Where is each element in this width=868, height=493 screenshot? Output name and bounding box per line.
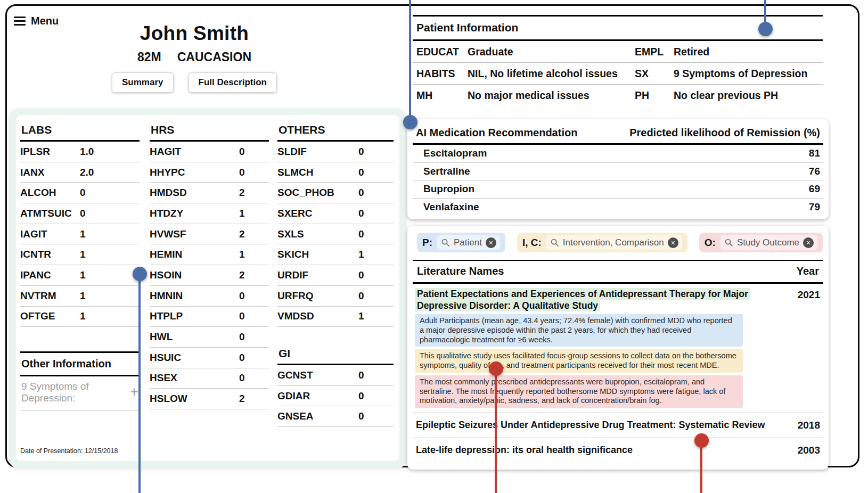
row-label: HTPLP [150, 310, 239, 322]
table-row: HSOIN 2 [150, 265, 269, 286]
summary-button[interactable]: Summary [112, 72, 173, 93]
row-label: ATMTSUIC [20, 208, 80, 219]
callout-dot-red [489, 361, 503, 376]
outcome-filter-chip[interactable]: O: Study Outcome × [699, 233, 823, 252]
literature-title-link[interactable]: Patient Expectations and Experiences of … [415, 288, 750, 311]
info-key: SX [635, 68, 674, 80]
search-icon [724, 238, 733, 247]
row-value: 1 [358, 249, 364, 260]
table-row: IANX 2.0 [20, 162, 140, 183]
medication-name: Sertraline [423, 166, 470, 177]
row-value: 2.0 [80, 167, 94, 178]
row-label: IANX [20, 167, 80, 178]
patient-filter-chip[interactable]: P: Patient × [417, 233, 505, 252]
intervention-comparison-filter-chip[interactable]: I, C: Intervention, Comparison × [517, 233, 687, 252]
row-label: URFRQ [277, 290, 358, 302]
table-row: SXLS 0 [277, 224, 394, 245]
row-value: 1 [80, 269, 86, 281]
clear-filter-icon[interactable]: × [486, 237, 496, 248]
ai-recommendation-title: AI Medication Recommendation [416, 127, 577, 139]
callout-line-red [495, 368, 497, 493]
literature-entry: Epileptic Seizures Under Antidepressive … [413, 413, 823, 438]
callout-line-blue [409, 0, 411, 122]
remission-likelihood-header: Predicted likelihood of Remission (%) [629, 127, 820, 139]
row-label: HMNIN [150, 290, 239, 302]
patient-filter-field[interactable]: Patient × [437, 235, 500, 250]
literature-title-link[interactable]: Late-life depression: its oral health si… [416, 445, 633, 456]
row-label: GCNST [277, 369, 358, 381]
medication-list: Escitalopram 81 Sertraline 76 Bupropion … [413, 145, 823, 216]
symptoms-label: 9 Symptoms of Depression: [21, 381, 104, 404]
table-row: SKICH 1 [277, 244, 394, 265]
row-value: 0 [239, 146, 245, 158]
others-table: OTHERS SLDIF 0 SLMCH 0 SOC_PHOB 0 SXERC … [277, 122, 394, 327]
row-value: 1 [239, 208, 245, 219]
info-key: HABITS [416, 68, 468, 80]
row-label: HTDZY [150, 208, 239, 219]
menu-button[interactable]: Menu [14, 15, 59, 27]
medication-name: Bupropion [423, 183, 474, 195]
table-row: SOC_PHOB 0 [277, 183, 394, 203]
hamburger-icon [14, 17, 26, 26]
literature-entry: Late-life depression: its oral health si… [413, 438, 823, 463]
outcome-filter-label: O: [705, 237, 716, 249]
row-label: HWL [150, 331, 239, 343]
outcome-highlight: The most commonly prescribed antidepress… [415, 375, 743, 408]
labs-table: LABS IPLSR 1.0 IANX 2.0 ALCOH 0 ATMTSUIC… [20, 122, 140, 327]
table-row: IAGIT 1 [20, 224, 140, 245]
table-row: HTPLP 0 [150, 307, 269, 327]
row-value: 0 [358, 269, 364, 281]
row-label: SOC_PHOB [277, 187, 358, 199]
intervention-comparison-filter-label: I, C: [522, 237, 542, 249]
row-value: 1 [80, 290, 86, 302]
others-header: OTHERS [277, 122, 394, 142]
callout-dot-blue [133, 267, 147, 281]
table-row: HTDZY 1 [150, 203, 269, 224]
screen: Menu John Smith 82M CAUCASION Summary Fu… [0, 0, 868, 493]
row-value: 0 [358, 208, 364, 219]
info-key: EDUCAT [416, 46, 468, 58]
table-row: GDIAR 0 [277, 386, 394, 407]
menu-label: Menu [31, 15, 59, 27]
patient-information-row: MH No major medical issues PH No clear p… [413, 85, 823, 106]
row-value: 0 [358, 410, 364, 422]
row-label: SXLS [277, 228, 358, 240]
row-label: SKICH [277, 249, 358, 260]
row-value: 0 [239, 167, 245, 178]
expand-plus-icon[interactable]: + [130, 384, 138, 400]
full-description-button[interactable]: Full Description [189, 72, 277, 93]
medication-likelihood: 79 [809, 201, 820, 213]
literature-title-link[interactable]: Epileptic Seizures Under Antidepressive … [416, 420, 765, 431]
literature-entry-year: 2021 [798, 289, 820, 301]
row-label: URDIF [277, 269, 358, 281]
search-icon [550, 238, 559, 247]
table-row: ICNTR 1 [20, 244, 140, 265]
row-value: 1 [80, 228, 86, 240]
table-row: HSUIC 0 [150, 348, 269, 368]
table-row: HMNIN 0 [150, 286, 269, 307]
literature-entry-year: 2018 [798, 420, 820, 431]
clear-filter-icon[interactable]: × [668, 237, 678, 248]
outcome-filter-field[interactable]: Study Outcome × [720, 235, 817, 250]
intervention-comparison-filter-field[interactable]: Intervention, Comparison × [546, 235, 682, 250]
outcome-filter-value: Study Outcome [737, 237, 799, 248]
row-value: 0 [358, 390, 364, 402]
callout-line-blue [138, 274, 141, 493]
row-label: IPLSR [20, 146, 80, 158]
row-label: GNSEA [277, 410, 358, 422]
clinical-scores-panel: LABS IPLSR 1.0 IANX 2.0 ALCOH 0 ATMTSUIC… [10, 109, 406, 469]
intervention-comparison-filter-value: Intervention, Comparison [563, 237, 664, 248]
row-value: 1 [358, 310, 364, 322]
row-label: HSEX [150, 372, 239, 384]
clear-filter-icon[interactable]: × [803, 237, 814, 248]
row-label: ALCOH [20, 187, 80, 199]
patient-name: John Smith [83, 22, 306, 45]
literature-entry-year: 2003 [798, 445, 820, 456]
table-row: HSLOW 2 [150, 389, 269, 409]
ai-recommendation-header: AI Medication Recommendation Predicted l… [407, 119, 829, 143]
medication-name: Venlafaxine [423, 201, 479, 213]
table-row: HHYPC 0 [150, 162, 269, 183]
info-key: PH [635, 89, 674, 102]
literature-table-header: Literature Names Year [413, 260, 823, 284]
row-label: IPANC [20, 269, 80, 281]
